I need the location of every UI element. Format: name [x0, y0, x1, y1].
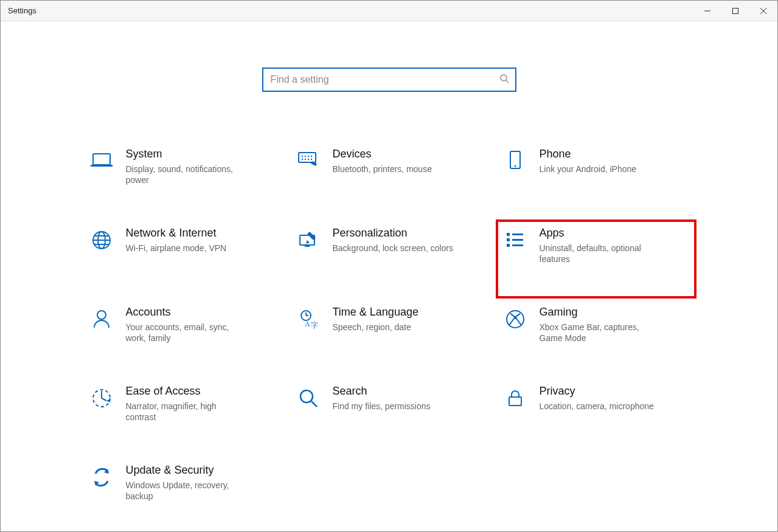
tile-title: Privacy [540, 385, 654, 398]
tile-title: Gaming [540, 306, 662, 319]
tile-title: Apps [540, 227, 662, 240]
tile-title: Accounts [126, 306, 249, 319]
person-icon [88, 306, 115, 331]
search-input[interactable] [271, 74, 499, 85]
tile-description: Windows Update, recovery, backup [126, 480, 249, 503]
window-title: Settings [8, 6, 36, 15]
tile-description: Xbox Game Bar, captures, Game Mode [540, 322, 662, 345]
lock-icon [502, 385, 529, 410]
tile-description: Wi-Fi, airplane mode, VPN [126, 243, 227, 254]
tile-description: Your accounts, email, sync, work, family [126, 322, 249, 345]
tile-description: Find my files, permissions [333, 401, 431, 412]
tile-description: Narrator, magnifier, high contrast [126, 401, 249, 424]
globe-icon [88, 227, 115, 252]
tile-privacy[interactable]: PrivacyLocation, camera, microphone [496, 378, 696, 457]
tile-title: Time & Language [333, 306, 419, 319]
tile-gaming[interactable]: GamingXbox Game Bar, captures, Game Mode [496, 299, 696, 378]
time-language-icon [295, 306, 322, 331]
tile-title: System [126, 148, 249, 161]
tile-network[interactable]: Network & InternetWi-Fi, airplane mode, … [82, 219, 283, 299]
search-icon [499, 74, 509, 86]
settings-tiles-grid: SystemDisplay, sound, notifications, pow… [1, 92, 777, 531]
tile-description: Link your Android, iPhone [540, 164, 637, 175]
tile-devices[interactable]: DevicesBluetooth, printers, mouse [289, 140, 490, 219]
tile-title: Phone [540, 148, 637, 161]
svg-rect-43 [733, 8, 738, 13]
tile-title: Ease of Access [126, 385, 249, 398]
content-area: SystemDisplay, sound, notifications, pow… [1, 21, 777, 531]
tile-description: Location, camera, microphone [540, 401, 654, 412]
tile-description: Display, sound, notifications, power [126, 164, 249, 187]
tile-search[interactable]: SearchFind my files, permissions [289, 378, 490, 457]
tile-accounts[interactable]: AccountsYour accounts, email, sync, work… [82, 299, 283, 378]
tile-title: Devices [333, 148, 432, 161]
laptop-icon [88, 148, 115, 173]
tile-update[interactable]: Update & SecurityWindows Update, recover… [82, 457, 283, 531]
sync-icon [88, 464, 115, 489]
pen-monitor-icon [295, 227, 322, 252]
tile-apps[interactable]: AppsUninstall, defaults, optional featur… [496, 219, 696, 299]
ease-access-icon [88, 385, 115, 410]
tile-description: Speech, region, date [333, 322, 419, 333]
keyboard-icon [295, 148, 322, 173]
tile-description: Uninstall, defaults, optional features [540, 243, 662, 266]
magnifier-icon [295, 385, 322, 410]
maximize-button[interactable] [721, 1, 749, 21]
tile-title: Personalization [333, 227, 453, 240]
list-icon [502, 227, 529, 252]
close-button[interactable] [749, 1, 777, 21]
titlebar: Settings [1, 1, 777, 21]
minimize-button[interactable] [693, 1, 721, 21]
tile-personalization[interactable]: PersonalizationBackground, lock screen, … [289, 219, 490, 299]
xbox-icon [502, 306, 529, 331]
tile-ease[interactable]: Ease of AccessNarrator, magnifier, high … [82, 378, 283, 457]
tile-phone[interactable]: PhoneLink your Android, iPhone [496, 140, 696, 219]
tile-time[interactable]: Time & LanguageSpeech, region, date [289, 299, 490, 378]
search-box[interactable] [262, 67, 516, 92]
window-controls [693, 1, 777, 21]
tile-description: Background, lock screen, colors [333, 243, 453, 254]
phone-icon [502, 148, 529, 173]
tile-system[interactable]: SystemDisplay, sound, notifications, pow… [82, 140, 283, 219]
tile-description: Bluetooth, printers, mouse [333, 164, 432, 175]
tile-title: Update & Security [126, 464, 249, 477]
tile-title: Search [333, 385, 431, 398]
tile-title: Network & Internet [126, 227, 227, 240]
